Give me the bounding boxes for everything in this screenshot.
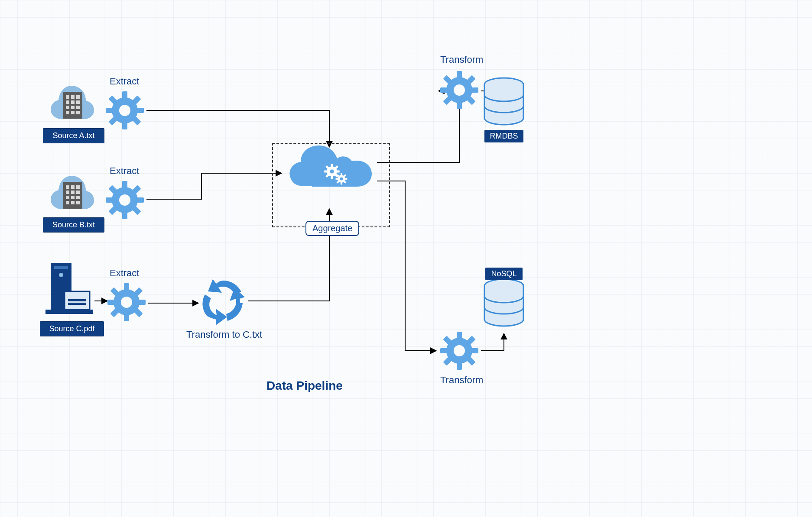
diagram-canvas[interactable]: Data Pipeline Source A.txt Extract [0, 0, 812, 517]
